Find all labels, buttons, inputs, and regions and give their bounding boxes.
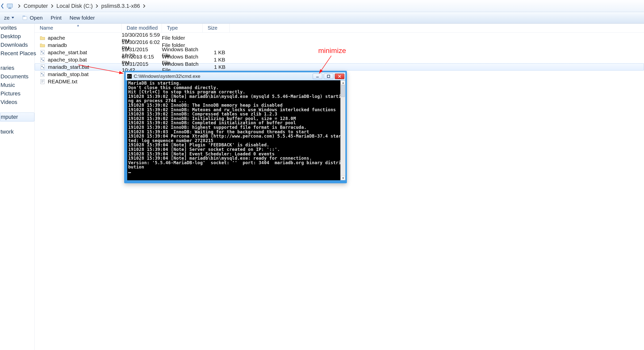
open-icon <box>22 15 28 21</box>
chevron-right-icon[interactable] <box>16 4 23 8</box>
sidebar-item[interactable]: Pictures <box>0 89 34 98</box>
scroll-down-icon[interactable]: ▾ <box>341 176 345 180</box>
maximize-button[interactable] <box>324 74 333 79</box>
sidebar-item[interactable]: Documents <box>0 72 34 81</box>
svg-rect-20 <box>41 82 43 82</box>
svg-rect-14 <box>41 72 44 76</box>
breadcrumb-localdisk[interactable]: Local Disk (C:) <box>56 2 93 10</box>
cursor <box>128 172 131 173</box>
file-name: mariadb_start.bat <box>48 64 89 70</box>
svg-rect-19 <box>41 81 43 81</box>
window-buttons <box>313 74 344 79</box>
sidebar-item[interactable]: Downloads <box>0 41 34 49</box>
svg-point-12 <box>41 66 42 67</box>
svg-rect-17 <box>41 79 44 84</box>
svg-rect-1 <box>9 8 11 8</box>
scroll-up-icon[interactable]: ▴ <box>341 80 345 85</box>
folder-icon <box>40 42 45 48</box>
svg-rect-8 <box>41 57 44 62</box>
nav-back-fragment[interactable] <box>0 0 5 12</box>
batch-file-icon <box>40 50 45 55</box>
cmd-scrollbar[interactable]: ▴ ▾ <box>340 80 345 180</box>
file-size: 1 KB <box>203 64 230 70</box>
svg-rect-5 <box>41 50 44 54</box>
text-file-icon <box>40 79 45 84</box>
svg-rect-2 <box>8 8 12 9</box>
sidebar-item[interactable]: vorites <box>0 24 34 32</box>
svg-rect-23 <box>316 77 319 77</box>
svg-point-10 <box>43 60 44 61</box>
sort-ascending-icon: ▴ <box>77 23 79 27</box>
file-row[interactable]: mariadb_start.bat10/31/2015 10:42 ...Win… <box>35 63 644 71</box>
organize-label: ze <box>4 15 10 21</box>
column-date[interactable]: Date modified <box>122 24 162 32</box>
column-name[interactable]: ▴ Name <box>35 24 122 32</box>
toolbar: ze Open Print New folder <box>0 12 644 24</box>
chevron-right-icon[interactable] <box>141 4 148 8</box>
svg-point-9 <box>41 59 42 60</box>
cmd-output[interactable]: MariaDB is starting. Don't close this co… <box>127 80 344 180</box>
close-button[interactable] <box>335 74 344 79</box>
file-type: File folder <box>162 35 203 41</box>
sidebar-item[interactable]: twork <box>0 128 34 136</box>
print-label: Print <box>51 15 62 21</box>
breadcrumb-computer[interactable]: Computer <box>23 2 49 10</box>
svg-rect-24 <box>327 75 330 78</box>
print-button[interactable]: Print <box>47 13 66 22</box>
sidebar-item[interactable]: raries <box>0 64 34 72</box>
breadcrumb-folder[interactable]: pslims8.3.1-x86 <box>101 2 141 10</box>
svg-point-7 <box>43 52 44 53</box>
file-size: 1 KB <box>203 49 230 55</box>
svg-rect-11 <box>41 65 45 69</box>
file-name: README.txt <box>48 79 77 85</box>
file-name: mariadb <box>48 42 67 48</box>
computer-icon <box>7 3 13 9</box>
sidebar-item[interactable]: Desktop <box>0 32 34 41</box>
cmd-titlebar[interactable]: C:\ C:\Windows\system32\cmd.exe <box>126 72 345 80</box>
svg-point-15 <box>41 73 42 74</box>
sidebar-item[interactable]: Music <box>0 81 34 89</box>
file-size: 1 KB <box>203 57 230 63</box>
annotation-label: minimize <box>318 47 346 55</box>
sidebar-item[interactable]: mputer <box>0 112 34 122</box>
file-name: apache <box>48 35 65 41</box>
address-bar: Computer Local Disk (C:) pslims8.3.1-x86 <box>0 0 644 12</box>
sidebar-item[interactable]: Videos <box>0 98 34 106</box>
minimize-button[interactable] <box>313 74 322 79</box>
file-name: mariadb_stop.bat <box>48 71 88 77</box>
sidebar-item[interactable]: Recent Places <box>0 49 34 58</box>
organize-button[interactable]: ze <box>0 13 18 22</box>
cmd-icon: C:\ <box>127 74 132 79</box>
cmd-title-text: C:\Windows\system32\cmd.exe <box>134 74 313 79</box>
file-name: apache_stop.bat <box>48 57 87 63</box>
svg-point-6 <box>41 51 42 52</box>
svg-rect-3 <box>23 16 27 20</box>
svg-point-16 <box>43 74 44 75</box>
file-name: apache_start.bat <box>48 49 87 55</box>
svg-point-13 <box>43 67 44 68</box>
sidebar: voritesDesktopDownloadsRecent Placesrari… <box>0 24 35 350</box>
folder-icon <box>40 35 45 41</box>
column-header-row: ▴ Name Date modified Type Size <box>35 24 644 33</box>
svg-rect-18 <box>41 80 43 80</box>
newfolder-button[interactable]: New folder <box>66 13 99 22</box>
batch-file-icon <box>40 72 45 77</box>
cmd-window[interactable]: C:\ C:\Windows\system32\cmd.exe MariaDB … <box>124 71 347 183</box>
svg-rect-0 <box>7 4 13 7</box>
chevron-down-icon <box>12 17 14 19</box>
open-label: Open <box>30 15 42 21</box>
svg-rect-4 <box>23 16 25 17</box>
batch-file-icon <box>40 64 45 70</box>
chevron-right-icon[interactable] <box>93 4 101 8</box>
column-type[interactable]: Type <box>162 24 203 32</box>
column-size[interactable]: Size <box>203 24 230 32</box>
svg-text:C:\: C:\ <box>128 75 131 78</box>
chevron-right-icon[interactable] <box>49 4 56 8</box>
newfolder-label: New folder <box>70 15 95 21</box>
scroll-thumb[interactable] <box>341 85 345 97</box>
open-button[interactable]: Open <box>18 13 47 22</box>
batch-file-icon <box>40 57 45 63</box>
